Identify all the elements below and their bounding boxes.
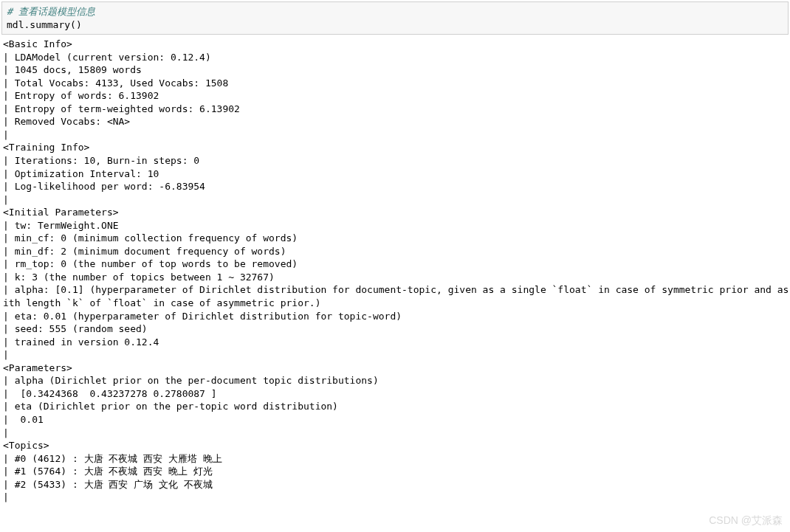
output-block: <Basic Info> | LDAModel (current version… xyxy=(0,36,790,505)
code-comment: # 查看话题模型信息 xyxy=(7,5,783,18)
watermark: CSDN @艾派森 xyxy=(709,514,783,528)
code-line: mdl.summary() xyxy=(7,18,783,32)
code-cell: # 查看话题模型信息 mdl.summary() xyxy=(1,1,789,35)
